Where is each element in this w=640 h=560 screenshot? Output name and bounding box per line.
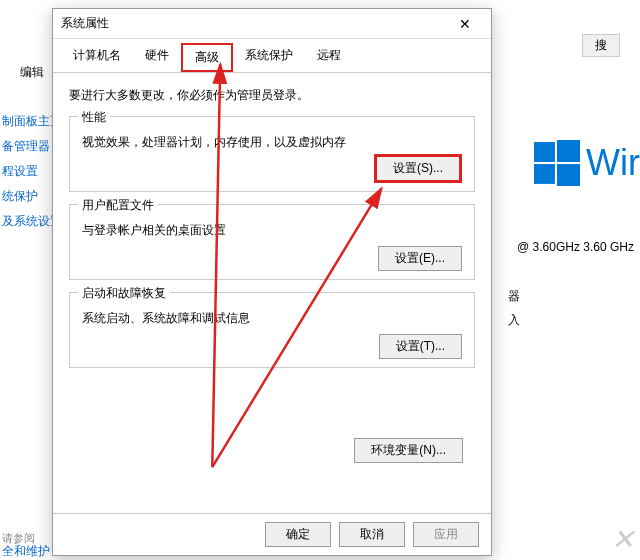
tab-remote[interactable]: 远程 xyxy=(305,43,353,72)
group-startup-desc: 系统启动、系统故障和调试信息 xyxy=(82,310,462,327)
windows-text: Wir xyxy=(586,142,640,184)
titlebar: 系统属性 ✕ xyxy=(53,9,491,39)
group-startup: 启动和故障恢复 系统启动、系统故障和调试信息 设置(T)... xyxy=(69,292,475,368)
background-sidebar: 编辑 制面板主页 备管理器 程设置 统保护 及系统设置 xyxy=(0,0,50,238)
group-user-profiles-desc: 与登录帐户相关的桌面设置 xyxy=(82,222,462,239)
content-area: 要进行大多数更改，你必须作为管理员登录。 性能 视觉效果，处理器计划，内存使用，… xyxy=(53,73,491,513)
search-button[interactable]: 搜 xyxy=(582,34,620,57)
admin-note: 要进行大多数更改，你必须作为管理员登录。 xyxy=(69,87,475,104)
group-performance-title: 性能 xyxy=(78,109,110,126)
system-properties-dialog: 系统属性 ✕ 计算机名 硬件 高级 系统保护 远程 要进行大多数更改，你必须作为… xyxy=(52,8,492,556)
environment-variables-button[interactable]: 环境变量(N)... xyxy=(354,438,463,463)
cpu-ghz: @ 3.60GHz 3.60 GHz xyxy=(517,240,634,254)
group-performance-desc: 视觉效果，处理器计划，内存使用，以及虚拟内存 xyxy=(82,134,462,151)
bg-link-cp[interactable]: 制面板主页 xyxy=(2,113,50,130)
svg-rect-0 xyxy=(534,142,555,162)
tab-advanced[interactable]: 高级 xyxy=(181,43,233,72)
svg-rect-3 xyxy=(557,164,580,186)
group-user-profiles: 用户配置文件 与登录帐户相关的桌面设置 设置(E)... xyxy=(69,204,475,280)
dialog-title: 系统属性 xyxy=(61,15,447,32)
bg-link-advanced[interactable]: 及系统设置 xyxy=(2,213,50,230)
windows-logo: Wir xyxy=(534,140,640,186)
tab-hardware[interactable]: 硬件 xyxy=(133,43,181,72)
user-profiles-settings-button[interactable]: 设置(E)... xyxy=(378,246,462,271)
startup-settings-button[interactable]: 设置(T)... xyxy=(379,334,462,359)
svg-rect-2 xyxy=(534,164,555,184)
bg-label-1: 器 xyxy=(508,288,520,305)
group-performance: 性能 视觉效果，处理器计划，内存使用，以及虚拟内存 设置(S)... xyxy=(69,116,475,192)
bg-footer-link[interactable]: 全和维护 xyxy=(2,543,50,560)
close-icon[interactable]: ✕ xyxy=(447,16,483,32)
watermark: ✕ xyxy=(611,523,634,556)
tab-system-protection[interactable]: 系统保护 xyxy=(233,43,305,72)
dialog-footer: 确定 取消 应用 xyxy=(53,513,491,555)
ok-button[interactable]: 确定 xyxy=(265,522,331,547)
svg-rect-1 xyxy=(557,140,580,162)
edit-menu[interactable]: 编辑 xyxy=(20,64,50,81)
tab-computer-name[interactable]: 计算机名 xyxy=(61,43,133,72)
apply-button[interactable]: 应用 xyxy=(413,522,479,547)
bg-link-protect[interactable]: 统保护 xyxy=(2,188,50,205)
bg-link-remote[interactable]: 程设置 xyxy=(2,163,50,180)
bg-label-2: 入 xyxy=(508,312,520,329)
bg-link-dev[interactable]: 备管理器 xyxy=(2,138,50,155)
performance-settings-button[interactable]: 设置(S)... xyxy=(374,154,462,183)
group-user-profiles-title: 用户配置文件 xyxy=(78,197,158,214)
cancel-button[interactable]: 取消 xyxy=(339,522,405,547)
tabs: 计算机名 硬件 高级 系统保护 远程 xyxy=(53,39,491,73)
group-startup-title: 启动和故障恢复 xyxy=(78,285,170,302)
